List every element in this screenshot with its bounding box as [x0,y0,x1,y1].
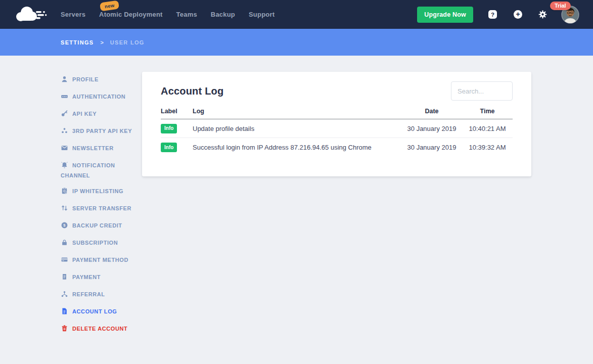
sidebar-item-ip-whitelisting[interactable]: IP WHITELISTING [61,187,139,197]
column-header-label: Label [161,108,193,115]
table-row: Info Update profile details 30 January 2… [161,119,513,138]
log-date: 30 January 2019 [401,125,462,132]
nav-item-teams[interactable]: Teams [176,11,197,18]
page-title: Account Log [161,85,223,97]
backup-credit-icon: $ [61,221,68,232]
upgrade-now-button[interactable]: Upgrade Now [417,7,473,23]
profile-icon [61,75,68,85]
sidebar-item-label: NEWSLETTER [72,145,114,151]
sidebar-item-label: BACKUP CREDIT [72,222,122,229]
cloud-logo-icon [14,5,48,25]
sidebar-item-label: NOTIFICATION CHANNEL [61,162,115,178]
sidebar-item-delete-account[interactable]: DELETE ACCOUNT [61,325,139,335]
ip-whitelisting-icon [61,187,68,197]
sidebar-item-3rd-party-api-key[interactable]: 3RD PARTY API KEY [61,127,139,137]
nav-item-backup[interactable]: Backup [211,11,235,18]
user-avatar[interactable]: Trial [561,6,579,24]
log-message: Successful login from IP Address 87.216.… [193,144,401,151]
column-header-date: Date [401,108,462,115]
subscription-icon [61,239,68,249]
sidebar-item-label: PAYMENT [72,274,101,280]
sidebar-item-api-key[interactable]: API KEY [61,110,139,120]
delete-account-icon [61,325,68,335]
sidebar-item-label: IP WHITELISTING [72,188,123,194]
new-badge: new [100,0,119,11]
authentication-icon [61,93,68,103]
sidebar-item-payment-method[interactable]: PAYMENT METHOD [61,256,139,266]
svg-text:$: $ [63,223,66,228]
sidebar-item-label: API KEY [72,111,97,117]
settings-sidebar: PROFILE AUTHENTICATION API KEY 3RD PARTY… [61,75,139,342]
sidebar-item-label: REFERRAL [72,291,105,297]
account-log-table: Label Log Date Time Info Update profile … [161,104,513,157]
sidebar-item-label: SUBSCRIPTION [72,240,118,246]
nav-item-atomic-deployment-label: Atomic Deployment [99,11,162,18]
payment-method-icon [61,256,68,266]
log-time: 10:39:32 AM [462,144,513,151]
breadcrumb: SETTINGS > USER LOG [0,29,593,56]
newsletter-icon [61,144,68,154]
column-header-log: Log [193,108,401,115]
api-key-icon [61,110,68,120]
primary-nav: Servers new Atomic Deployment Teams Back… [61,11,275,18]
add-icon[interactable]: + [514,10,522,19]
breadcrumb-separator: > [100,39,103,46]
cloudways-logo[interactable] [14,5,48,25]
status-badge: Info [161,143,177,152]
sidebar-item-backup-credit[interactable]: $BACKUP CREDIT [61,221,139,232]
sidebar-item-referral[interactable]: REFERRAL [61,290,139,300]
sidebar-item-label: PAYMENT METHOD [72,257,128,263]
trial-badge: Trial [550,2,571,10]
account-log-card: Account Log Label Log Date Time Info Upd… [142,72,531,176]
breadcrumb-user-log: USER LOG [110,39,145,46]
sidebar-item-subscription[interactable]: SUBSCRIPTION [61,239,139,249]
sidebar-item-label: SERVER TRANSFER [72,205,131,211]
table-row: Info Successful login from IP Address 87… [161,138,513,157]
table-header-row: Label Log Date Time [161,104,513,119]
search-input[interactable] [451,81,513,101]
notification-channel-icon [61,161,68,171]
sidebar-item-newsletter[interactable]: NEWSLETTER [61,144,139,154]
nav-item-servers[interactable]: Servers [61,11,85,18]
sidebar-item-server-transfer[interactable]: SERVER TRANSFER [61,204,139,214]
gear-icon[interactable] [538,10,548,19]
help-icon[interactable]: ? [488,10,497,19]
sidebar-item-label: 3RD PARTY API KEY [72,128,132,134]
top-navbar: Servers new Atomic Deployment Teams Back… [0,0,593,29]
sidebar-item-account-log[interactable]: ACCOUNT LOG [61,307,139,317]
server-transfer-icon [61,204,68,214]
third-party-api-key-icon [61,127,68,137]
log-date: 30 January 2019 [401,144,462,151]
payment-icon [61,273,68,283]
column-header-time: Time [462,108,513,115]
sidebar-item-profile[interactable]: PROFILE [61,75,139,85]
sidebar-item-payment[interactable]: PAYMENT [61,273,139,283]
page-content: PROFILE AUTHENTICATION API KEY 3RD PARTY… [0,56,593,364]
sidebar-item-label: AUTHENTICATION [72,94,125,100]
sidebar-item-notification-channel[interactable]: NOTIFICATION CHANNEL [61,161,139,180]
status-badge: Info [161,124,177,133]
nav-item-atomic-deployment[interactable]: new Atomic Deployment [99,11,162,18]
nav-item-support[interactable]: Support [249,11,275,18]
account-log-icon [61,307,68,317]
sidebar-item-label: ACCOUNT LOG [72,308,117,314]
navbar-actions: Upgrade Now ? + Trial [417,6,579,24]
sidebar-item-label: PROFILE [72,76,99,82]
log-time: 10:40:21 AM [462,125,513,132]
sidebar-item-authentication[interactable]: AUTHENTICATION [61,93,139,103]
breadcrumb-settings[interactable]: SETTINGS [61,39,94,46]
log-message: Update profile details [193,125,401,132]
referral-icon [61,290,68,300]
sidebar-item-label: DELETE ACCOUNT [72,326,127,332]
